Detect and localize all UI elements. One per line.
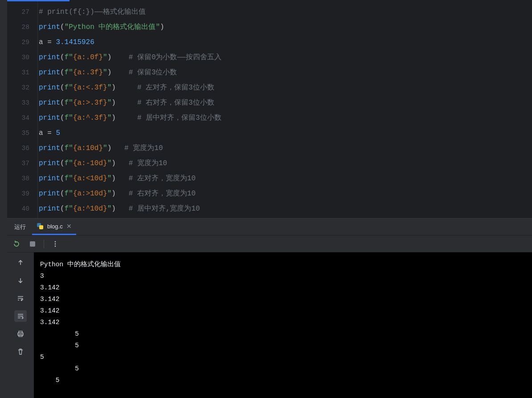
- code-line[interactable]: print(f"{a:-10d}") # 宽度为10: [39, 156, 532, 171]
- up-arrow-icon[interactable]: [14, 257, 27, 268]
- code-line[interactable]: print(f"{a:^10d}") # 居中对齐,宽度为10: [39, 201, 532, 216]
- line-number: 38: [7, 171, 37, 186]
- code-area[interactable]: # print(f{:})——格式化输出值print("Python 中的格式化…: [37, 0, 532, 218]
- python-icon: [37, 223, 44, 230]
- print-icon[interactable]: [14, 328, 27, 340]
- code-line[interactable]: a = 5: [39, 126, 532, 141]
- line-number: 32: [7, 80, 37, 95]
- run-panel-title: 运行: [7, 223, 32, 231]
- console-output[interactable]: Python 中的格式化输出值 3 3.142 3.142 3.142 3.14…: [34, 252, 532, 398]
- code-line[interactable]: print(f"{a:10d}") # 宽度为10: [39, 141, 532, 156]
- code-line[interactable]: print(f"{a:.0f}") # 保留0为小数——按四舍五入: [39, 50, 532, 65]
- line-number: 36: [7, 141, 37, 156]
- run-tool-window: 运行 blog.c ✕: [7, 218, 532, 398]
- run-side-toolbar: [7, 252, 34, 398]
- down-arrow-icon[interactable]: [14, 275, 27, 286]
- run-tabs-bar: 运行 blog.c ✕: [7, 219, 532, 236]
- run-toolbar: [7, 236, 532, 252]
- code-line[interactable]: # print(f{:})——格式化输出值: [39, 4, 532, 20]
- line-number: 39: [7, 186, 37, 201]
- code-editor[interactable]: 2728293031323334353637383940 # print(f{:…: [7, 0, 532, 218]
- code-line[interactable]: print("Python 中的格式化输出值"): [39, 20, 532, 35]
- line-number: 40: [7, 201, 37, 216]
- svg-point-1: [55, 243, 56, 244]
- scroll-to-end-icon[interactable]: [14, 310, 27, 322]
- more-icon[interactable]: [50, 239, 60, 249]
- line-number: 34: [7, 110, 37, 126]
- line-number: 37: [7, 156, 37, 171]
- line-number-gutter: 2728293031323334353637383940: [7, 0, 37, 218]
- toolbar-divider: [44, 240, 44, 248]
- line-number: 28: [7, 20, 37, 35]
- soft-wrap-icon[interactable]: [14, 292, 27, 304]
- code-line[interactable]: print(f"{a:<.3f}") # 左对齐，保留3位小数: [39, 80, 532, 95]
- stop-icon[interactable]: [28, 239, 37, 249]
- line-number: 29: [7, 35, 37, 50]
- svg-point-0: [55, 241, 56, 242]
- line-number: 33: [7, 95, 37, 110]
- tab-active-indicator: [7, 0, 70, 1]
- run-tab[interactable]: blog.c ✕: [32, 219, 76, 235]
- svg-point-2: [55, 245, 56, 247]
- line-number: 30: [7, 50, 37, 65]
- svg-rect-5: [19, 335, 22, 337]
- code-line[interactable]: a = 3.1415926: [39, 35, 532, 50]
- left-gutter-rail: [0, 0, 7, 398]
- code-line[interactable]: print(f"{a:>10d}") # 右对齐，宽度为10: [39, 186, 532, 201]
- code-line[interactable]: print(f"{a:.3f}") # 保留3位小数: [39, 65, 532, 80]
- line-number: 31: [7, 65, 37, 80]
- rerun-icon[interactable]: [12, 239, 21, 249]
- run-tab-label: blog.c: [47, 223, 63, 230]
- code-line[interactable]: print(f"{a:^.3f}") # 居中对齐，保留3位小数: [39, 110, 532, 126]
- code-line[interactable]: print(f"{a:<10d}") # 左对齐，宽度为10: [39, 171, 532, 186]
- close-icon[interactable]: ✕: [66, 223, 72, 230]
- trash-icon[interactable]: [14, 346, 27, 357]
- line-number: 35: [7, 126, 37, 141]
- code-line[interactable]: print(f"{a:>.3f}") # 右对齐，保留3位小数: [39, 95, 532, 110]
- line-number: 27: [7, 4, 37, 20]
